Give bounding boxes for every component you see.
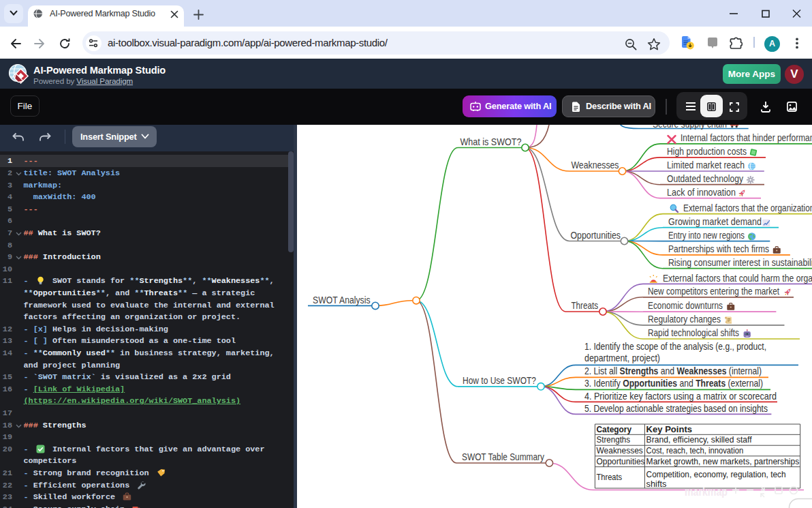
svg-text:SWOT Table Summary: SWOT Table Summary xyxy=(462,451,544,462)
svg-text:New competitors entering the m: New competitors entering the market xyxy=(648,286,779,297)
svg-text:department, project): department, project) xyxy=(584,353,660,363)
svg-text:Regulatory changes: Regulatory changes xyxy=(648,314,721,325)
svg-text:4. Prioritize key factors usin: 4. Prioritize key factors using a matrix… xyxy=(584,391,777,402)
svg-text:Lack of innovation: Lack of innovation xyxy=(667,187,736,198)
svg-text:Secure supply chain: Secure supply chain xyxy=(653,125,727,130)
svg-text:SWOT Analysis: SWOT Analysis xyxy=(313,294,371,305)
svg-text:2. List all Strengths and Weak: 2. List all Strengths and Weaknesses (in… xyxy=(584,365,762,376)
svg-text:1. Identify the scope of the a: 1. Identify the scope of the analysis (e… xyxy=(584,341,766,352)
svg-text:Threats: Threats xyxy=(572,299,599,311)
svg-text:shifts: shifts xyxy=(646,479,667,489)
svg-text:Rapid technological shifts: Rapid technological shifts xyxy=(648,327,739,338)
svg-text:High production costs: High production costs xyxy=(667,146,747,157)
svg-text:Opportunities: Opportunities xyxy=(571,229,621,241)
svg-text:Strengths: Strengths xyxy=(597,434,631,445)
svg-text:Outdated technology: Outdated technology xyxy=(667,173,743,184)
svg-text:Economic downturns: Economic downturns xyxy=(648,300,723,311)
svg-text:Growing market demand: Growing market demand xyxy=(668,216,762,227)
svg-text:Competition, economy, regulati: Competition, economy, regulation, tech xyxy=(646,469,786,479)
svg-text:Threats: Threats xyxy=(597,472,623,482)
svg-text:Rising consumer interest in su: Rising consumer interest in sustainabili… xyxy=(668,257,812,268)
svg-text:How to Use SWOT?: How to Use SWOT? xyxy=(463,374,536,386)
svg-text:Entry into new regions: Entry into new regions xyxy=(668,230,745,241)
svg-text:External factors that the orga: External factors that the organization c… xyxy=(683,203,812,213)
svg-text:Cost, reach, tech, innovation: Cost, reach, tech, innovation xyxy=(646,445,744,455)
svg-text:Market growth, new markets, pa: Market growth, new markets, partnerships xyxy=(646,456,800,466)
svg-text:Weaknesses: Weaknesses xyxy=(572,159,619,170)
svg-text:Key Points: Key Points xyxy=(646,424,692,434)
svg-text:5. Develop actionable strategi: 5. Develop actionable strategies based o… xyxy=(584,403,768,414)
svg-text:3. Identify Opportunities and: 3. Identify Opportunities and Threats (e… xyxy=(584,378,763,389)
svg-text:Weaknesses: Weaknesses xyxy=(597,445,644,455)
svg-text:Category: Category xyxy=(597,424,632,434)
svg-text:Brand, efficiency, skilled sta: Brand, efficiency, skilled staff xyxy=(646,434,752,445)
svg-text:markmap: markmap xyxy=(685,485,728,498)
svg-text:Limited market reach: Limited market reach xyxy=(667,160,745,170)
svg-text:What is SWOT?: What is SWOT? xyxy=(460,136,522,147)
svg-text:Internal factors that hinder p: Internal factors that hinder performance xyxy=(681,132,812,143)
svg-text:Opportunities: Opportunities xyxy=(597,456,645,466)
svg-text:External factors that could ha: External factors that could harm the org… xyxy=(663,273,812,284)
svg-text:Partnerships with tech firms: Partnerships with tech firms xyxy=(668,243,769,254)
